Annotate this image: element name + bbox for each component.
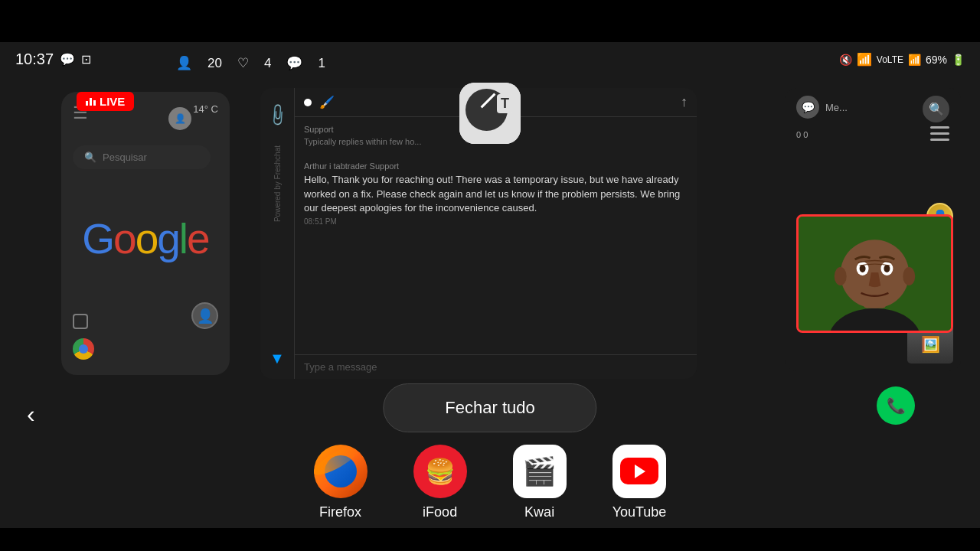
- right-card-counters: 0 0: [796, 130, 808, 139]
- chat-header-left: 🖌️: [304, 95, 335, 109]
- mute-icon: 🔇: [839, 54, 852, 66]
- ifood-label: iFood: [423, 504, 457, 520]
- viewer-icon: 👤: [176, 55, 192, 71]
- status-right: 🔇 📶 VoLTE 📶 69% 🔋: [839, 52, 965, 67]
- battery-level: 69%: [926, 54, 947, 66]
- fechar-tudo-button[interactable]: Fechar tudo: [383, 383, 596, 432]
- phone-icon: 📞: [887, 396, 906, 415]
- screen-record-icon: ⊡: [81, 52, 91, 67]
- svg-point-5: [903, 267, 915, 285]
- youtube-icon: [612, 445, 666, 498]
- notification-dot: [304, 99, 312, 106]
- back-button[interactable]: ‹: [27, 400, 35, 429]
- wifi-icon: 📶: [857, 52, 872, 67]
- nav-line-3: [930, 139, 949, 141]
- kwai-symbol: 🎬: [522, 455, 557, 487]
- right-card-top-icons: 💬 Me...: [796, 96, 848, 119]
- top-bar: [0, 0, 980, 42]
- viewer-count: 20: [207, 56, 222, 71]
- nav-line-2: [930, 132, 949, 135]
- youtube-label: YouTube: [612, 504, 667, 520]
- temperature-display: 14° C: [193, 103, 218, 115]
- dock-firefox[interactable]: Firefox: [314, 445, 368, 520]
- bottom-bar: [0, 528, 980, 551]
- freshchat-brand-icon: ▼: [270, 350, 285, 367]
- search-icon: 🔍: [84, 152, 96, 163]
- comment-count: 1: [318, 56, 325, 71]
- message-author: Arthur i tabtrader Support: [304, 161, 688, 171]
- avatar-bottom: 👤: [191, 302, 218, 329]
- ifood-icon: 🍔: [413, 445, 467, 498]
- ifood-symbol: 🍔: [425, 457, 456, 486]
- right-card-label: Me...: [825, 102, 848, 113]
- square-icon: [73, 314, 88, 329]
- chat-left-panel: 📎 Powered by Freshchat ▼: [260, 88, 295, 379]
- live-bars-icon: [86, 98, 96, 106]
- message-content: Hello, Thank you for reaching out! There…: [304, 173, 688, 215]
- battery-icon: 🔋: [952, 54, 965, 66]
- google-app-card[interactable]: ☰ 14° C 👤 🔍 Pesquisar Google 👤: [61, 92, 230, 375]
- volte-label: VoLTE: [877, 54, 903, 65]
- svg-point-9: [884, 265, 890, 272]
- profile-icon: 👤: [168, 107, 191, 130]
- svg-point-4: [835, 267, 847, 285]
- live-badge: LIVE: [77, 92, 134, 111]
- search-bar[interactable]: 🔍 Pesquisar: [73, 145, 211, 169]
- nav-line-1: [930, 126, 949, 129]
- powered-by-label: Powered by Freshchat: [273, 145, 282, 222]
- center-app-icon: T: [459, 83, 521, 144]
- whatsapp-icon: 💬: [60, 52, 75, 67]
- search-btn-right[interactable]: 🔍: [923, 96, 949, 122]
- youtube-play-button: [620, 458, 658, 484]
- bar2: [90, 98, 92, 106]
- green-phone-button[interactable]: 📞: [877, 386, 915, 425]
- status-bar: 10:37 💬 ⊡ 🔇 📶 VoLTE 📶 69% 🔋: [0, 42, 980, 77]
- pesquisar-label: Pesquisar: [103, 152, 147, 163]
- slash-t-icon: T: [459, 83, 521, 144]
- dock-youtube[interactable]: YouTube: [612, 445, 667, 520]
- t-letter: T: [497, 94, 513, 113]
- status-left: 10:37 💬 ⊡: [15, 51, 91, 68]
- bar3: [93, 100, 96, 106]
- app-dock: Firefox 🍔 iFood 🎬 Kwai YouTube: [0, 440, 980, 524]
- signal-bars: 📶: [908, 54, 921, 66]
- video-call-thumbnail: [796, 214, 953, 333]
- message-time: 08:51 PM: [304, 217, 688, 226]
- back-arrow-icon: ‹: [27, 400, 35, 428]
- brush-icon: 🖌️: [319, 95, 335, 109]
- kwai-icon: 🎬: [513, 445, 567, 498]
- attach-icon: 📎: [264, 102, 291, 129]
- messages-icon: 💬: [796, 96, 819, 119]
- like-count: 4: [264, 56, 271, 71]
- chat-input-bar[interactable]: Type a message: [295, 354, 697, 379]
- bar1: [86, 101, 88, 106]
- search-icon-right: 🔍: [923, 96, 949, 122]
- message-input-placeholder[interactable]: Type a message: [304, 361, 377, 373]
- firefox-label: Firefox: [319, 504, 361, 520]
- dock-kwai[interactable]: 🎬 Kwai: [513, 445, 567, 520]
- right-card-nav: [930, 126, 949, 141]
- chrome-icon: [73, 338, 94, 360]
- firefox-icon: [314, 445, 368, 498]
- comment-icon: 💬: [286, 55, 302, 71]
- main-message: Arthur i tabtrader Support Hello, Thank …: [304, 161, 688, 226]
- kwai-label: Kwai: [524, 504, 554, 520]
- live-stats: 👤 20 ♡ 4 💬 1: [176, 55, 325, 71]
- messages-area: Support Typically replies within few ho.…: [295, 117, 697, 354]
- dock-ifood[interactable]: 🍔 iFood: [413, 445, 467, 520]
- upload-icon: ↑: [681, 94, 688, 110]
- live-label: LIVE: [100, 95, 125, 108]
- svg-point-8: [860, 265, 866, 272]
- youtube-play-triangle: [635, 465, 645, 478]
- google-logo: Google: [82, 214, 208, 263]
- heart-icon: ♡: [237, 55, 249, 71]
- fechar-tudo-label: Fechar tudo: [445, 398, 534, 417]
- time-display: 10:37: [15, 51, 54, 68]
- chat-header-right: ↑: [681, 94, 688, 110]
- face-svg: [799, 217, 951, 331]
